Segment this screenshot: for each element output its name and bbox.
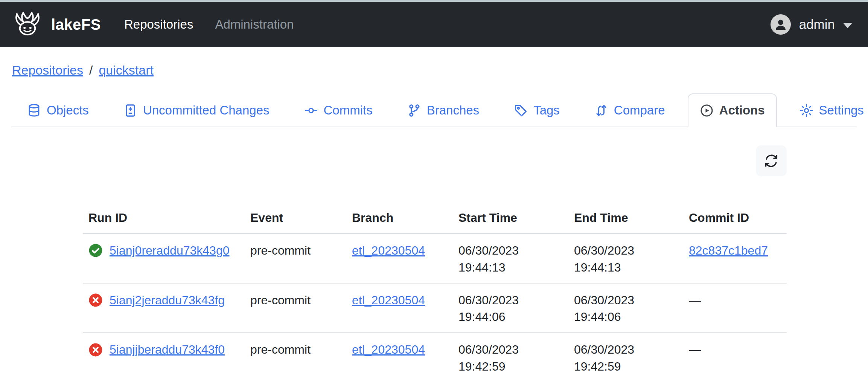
start-date: 06/30/2023 <box>458 292 563 309</box>
breadcrumb-repo-link[interactable]: quickstart <box>99 63 154 78</box>
repo-tab-bar: Objects Uncommitted Changes Commits Bran… <box>11 93 857 127</box>
table-row: 5ianj2jeraddu73k43fg pre-commit etl_2023… <box>83 283 787 333</box>
nav-item-administration[interactable]: Administration <box>215 17 294 32</box>
person-icon <box>773 17 788 32</box>
start-date: 06/30/2023 <box>458 341 563 358</box>
file-diff-icon <box>123 104 137 118</box>
caret-down-icon <box>843 23 852 28</box>
branch-link[interactable]: etl_20230504 <box>352 244 425 257</box>
user-name: admin <box>799 17 835 32</box>
run-id-link[interactable]: 5ianj2jeraddu73k43fg <box>110 292 225 309</box>
runs-table: Run ID Event Branch Start Time End Time … <box>83 197 787 380</box>
refresh-button[interactable] <box>756 145 787 176</box>
breadcrumb-repositories-link[interactable]: Repositories <box>12 63 83 78</box>
commit-id-empty: — <box>689 293 701 307</box>
tab-branches[interactable]: Branches <box>395 93 491 127</box>
tab-compare[interactable]: Compare <box>582 93 677 127</box>
run-id-link[interactable]: 5ianjjberaddu73k43f0 <box>110 341 225 358</box>
database-icon <box>27 104 41 118</box>
failure-x-icon <box>88 293 103 307</box>
column-header-commit-id: Commit ID <box>683 197 787 233</box>
tab-actions[interactable]: Actions <box>688 93 777 127</box>
end-time: 19:42:59 <box>574 358 678 375</box>
branch-link[interactable]: etl_20230504 <box>352 343 425 356</box>
actions-toolbar <box>83 145 787 176</box>
navbar: lakeFS Repositories Administration admin <box>0 2 868 47</box>
branch-link[interactable]: etl_20230504 <box>352 293 425 307</box>
breadcrumb: Repositories / quickstart <box>12 63 857 78</box>
avatar <box>771 14 791 35</box>
refresh-icon <box>763 153 779 169</box>
start-date: 06/30/2023 <box>458 242 563 259</box>
start-time: 19:44:06 <box>458 308 563 325</box>
column-header-end-time: End Time <box>568 197 683 233</box>
tab-uncommitted-changes[interactable]: Uncommitted Changes <box>111 93 282 127</box>
end-date: 06/30/2023 <box>574 242 678 259</box>
compare-icon <box>594 104 608 118</box>
play-circle-icon <box>700 104 714 118</box>
gear-icon <box>799 104 813 118</box>
commit-icon <box>304 104 318 118</box>
brand-name: lakeFS <box>51 16 101 33</box>
end-date: 06/30/2023 <box>574 292 678 309</box>
start-time: 19:42:59 <box>458 358 563 375</box>
table-row: 5ianj0reraddu73k43g0 pre-commit etl_2023… <box>83 233 787 283</box>
event-value: pre-commit <box>250 293 311 307</box>
tab-tags[interactable]: Tags <box>502 93 572 127</box>
event-value: pre-commit <box>250 244 311 257</box>
breadcrumb-separator: / <box>89 63 93 78</box>
table-row: 5ianjjberaddu73k43f0 pre-commit etl_2023… <box>83 333 787 380</box>
event-value: pre-commit <box>250 343 311 356</box>
end-time: 19:44:13 <box>574 259 678 276</box>
column-header-branch: Branch <box>346 197 453 233</box>
failure-x-icon <box>88 343 103 357</box>
column-header-run-id: Run ID <box>83 197 245 233</box>
actions-pane: Run ID Event Branch Start Time End Time … <box>83 145 787 380</box>
user-menu[interactable]: admin <box>771 14 852 35</box>
success-check-icon <box>88 243 103 258</box>
tag-icon <box>514 104 528 118</box>
brand[interactable]: lakeFS <box>11 11 101 38</box>
tab-objects[interactable]: Objects <box>15 93 101 127</box>
runs-table-header-row: Run ID Event Branch Start Time End Time … <box>83 197 787 233</box>
nav-item-repositories[interactable]: Repositories <box>124 17 193 32</box>
commit-id-empty: — <box>689 343 701 356</box>
column-header-event: Event <box>245 197 346 233</box>
main-nav: Repositories Administration <box>124 17 294 32</box>
start-time: 19:44:13 <box>458 259 563 276</box>
end-date: 06/30/2023 <box>574 341 678 358</box>
end-time: 19:44:06 <box>574 308 678 325</box>
column-header-start-time: Start Time <box>453 197 568 233</box>
run-id-link[interactable]: 5ianj0reraddu73k43g0 <box>110 242 229 259</box>
branch-icon <box>407 104 421 118</box>
commit-id-link[interactable]: 82c837c1bed7 <box>689 244 768 257</box>
lakefs-logo-icon <box>11 11 44 38</box>
tab-commits[interactable]: Commits <box>292 93 385 127</box>
tab-settings[interactable]: Settings <box>787 93 868 127</box>
